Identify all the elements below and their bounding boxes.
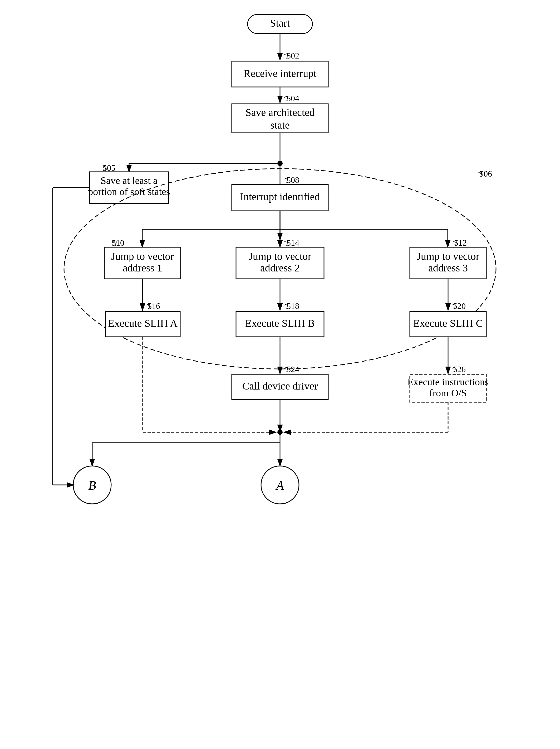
svg-text:Jump to vector: Jump to vector [111,250,174,262]
ref-505: 505 [103,163,115,173]
svg-text:B: B [88,478,96,492]
ref-512: 512 [454,238,467,248]
svg-text:Execute SLIH C: Execute SLIH C [413,317,483,329]
ref-514: 514 [287,238,299,248]
svg-text:portion of soft states: portion of soft states [88,186,170,197]
svg-text:Jump to vector: Jump to vector [249,250,311,262]
svg-text:address 1: address 1 [123,262,162,274]
svg-text:address 2: address 2 [260,262,300,274]
svg-text:Save at least a: Save at least a [100,175,158,186]
ref-504: 504 [287,93,299,103]
ref-510: 510 [112,238,124,248]
svg-text:Jump to vector: Jump to vector [417,250,479,262]
ref-502: 502 [287,51,299,60]
svg-text:Receive interrupt: Receive interrupt [244,67,317,79]
svg-text:Execute SLIH B: Execute SLIH B [245,317,315,329]
ref-508: 508 [287,175,299,185]
ref-518: 518 [287,301,299,311]
ref-526: 526 [453,364,466,374]
svg-text:Interrupt identified: Interrupt identified [240,191,320,203]
svg-text:Save architected: Save architected [245,106,314,118]
flowchart: Start 502 Receive interrupt 504 Save arc… [0,0,560,749]
svg-text:Call device driver: Call device driver [242,380,318,392]
svg-text:from O/S: from O/S [429,387,467,399]
svg-text:Execute instructions: Execute instructions [407,376,489,387]
svg-text:Execute SLIH A: Execute SLIH A [108,317,178,329]
svg-text:Start: Start [270,17,290,29]
ref-524: 524 [287,364,299,374]
ref-506: 506 [479,169,492,178]
svg-text:address 3: address 3 [428,262,468,274]
ref-516: 516 [148,301,160,311]
svg-text:state: state [270,119,290,131]
svg-text:A: A [275,478,284,492]
ref-520: 520 [453,301,466,311]
